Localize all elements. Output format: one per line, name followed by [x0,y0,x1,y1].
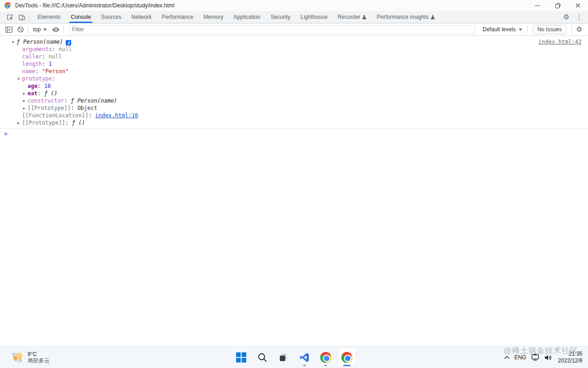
tab-memory[interactable]: Memory [198,11,228,23]
console-prompt[interactable]: > [0,128,588,137]
token-fn: ƒ Person(name) [17,39,63,45]
tab-label: Memory [204,14,223,20]
search-button[interactable] [253,348,271,367]
info-icon[interactable]: i [66,40,71,46]
expander-triangle-icon[interactable] [23,105,28,112]
tab-label: Security [271,14,290,20]
settings-gear-button[interactable]: ⚙ [560,12,572,22]
tab-label: Lighthouse [300,14,328,20]
token-obj: Object [77,105,97,111]
console-tree-row[interactable]: ƒ Person(name)iindex.html:42 [0,38,588,46]
token-str: "Person" [42,68,68,75]
console-tree-row[interactable]: eat: ƒ () [0,90,588,97]
expander-triangle-icon[interactable] [23,98,28,105]
experiment-flask-icon [362,15,367,20]
tab-label: Recorder [338,14,360,20]
tab-network[interactable]: Network [126,11,157,23]
task-view-button[interactable] [274,348,293,367]
start-button[interactable] [232,348,250,367]
clock-widget[interactable]: 21:35 2022/12/6 [558,351,582,364]
token-sep: : [52,46,58,52]
sidebar-toggle-icon [6,27,12,33]
tab-elements[interactable]: Elements [33,11,66,23]
console-tree-row[interactable]: [[Prototype]]: ƒ () [0,119,588,126]
console-tree-row[interactable]: prototype: [0,75,588,82]
token-int: [[Prototype]] [22,120,65,126]
chevron-down-icon [519,29,522,31]
inspect-element-button[interactable] [4,12,16,22]
console-filter-input[interactable] [69,25,475,34]
execution-context-selector[interactable]: top [30,26,50,33]
gear-icon: ⚙ [563,13,569,21]
clear-console-icon [17,26,24,33]
tab-performance-insights[interactable]: Performance insights [372,11,440,23]
console-sidebar-toggle[interactable] [3,24,15,34]
devtools-tab-bar: ElementsConsoleSourcesNetworkPerformance… [0,11,588,23]
console-tree-row[interactable]: constructor: ƒ Person(name) [0,97,588,104]
chrome-devtools-button[interactable] [338,348,356,367]
more-options-button[interactable]: ⋮ [573,12,585,22]
tab-label: Performance [162,14,193,20]
weather-widget[interactable]: 9°C 局部多云 [6,346,53,368]
language-indicator[interactable]: ENG [512,348,529,367]
chrome-icon [320,352,331,363]
vscode-button[interactable] [295,348,314,367]
tab-console[interactable]: Console [66,11,96,23]
expander-triangle-icon[interactable] [17,120,22,127]
search-icon [257,352,267,362]
token-num: 1 [49,61,52,67]
tab-recorder[interactable]: Recorder [333,11,372,23]
token-keydim: arguments [22,46,52,52]
console-tree-row: arguments: null [0,46,588,53]
minimize-button[interactable] [527,0,548,11]
token-int: [[Prototype]] [28,105,71,111]
chrome-button[interactable] [317,348,335,367]
tab-security[interactable]: Security [266,11,295,23]
toolbar-separator [63,26,64,33]
close-button[interactable] [568,0,588,11]
task-view-icon [278,352,288,362]
token-fn: ƒ () [44,90,57,97]
token-sep: : [38,90,44,97]
weather-moon-clouds-icon [10,351,24,364]
toolbar-separator [28,26,28,33]
console-message-tree: ƒ Person(name)iindex.html:42arguments: n… [0,36,588,126]
network-button[interactable] [529,348,542,367]
console-tree-row: [[FunctionLocation]]: index.html:16 [0,112,588,119]
toolbar-separator [571,26,572,33]
token-fn: ƒ Person(name) [71,98,117,104]
tab-sources[interactable]: Sources [96,11,126,23]
issues-counter-button[interactable]: No Issues [533,25,566,34]
token-sep: : [71,105,77,111]
experiment-flask-icon [430,15,435,20]
source-link[interactable]: index.html:16 [95,112,138,119]
token-sep: : [64,98,70,104]
console-settings-button[interactable]: ⚙ [573,24,585,34]
volume-button[interactable] [542,348,554,367]
tab-performance[interactable]: Performance [157,11,198,23]
device-toolbar-button[interactable] [16,12,28,22]
device-toolbar-icon [18,14,25,21]
token-fn: ƒ () [72,120,85,126]
console-tree-row[interactable]: [[Prototype]]: Object [0,104,588,112]
tab-application[interactable]: Application [228,11,266,23]
clear-console-button[interactable] [15,24,27,34]
expander-triangle-icon[interactable] [23,90,28,98]
restore-button[interactable] [548,0,568,11]
context-label: top [33,26,41,33]
tab-label: Console [71,14,91,20]
tab-label: Elements [38,14,61,20]
inspect-cursor-icon [6,14,13,21]
tray-overflow-button[interactable] [502,348,512,367]
log-levels-label: Default levels [483,26,516,33]
live-expression-button[interactable] [50,24,62,34]
tab-label: Application [233,14,260,20]
expander-triangle-icon[interactable] [12,39,17,46]
expander-triangle-icon[interactable] [17,75,22,83]
token-keydim: prototype [22,75,52,82]
message-source-link[interactable]: index.html:42 [538,38,582,46]
tab-lighthouse[interactable]: Lighthouse [295,11,333,23]
tab-label: Performance insights [377,14,429,20]
toolbar-separator [29,13,29,21]
log-levels-dropdown[interactable]: Default levels [479,26,526,33]
